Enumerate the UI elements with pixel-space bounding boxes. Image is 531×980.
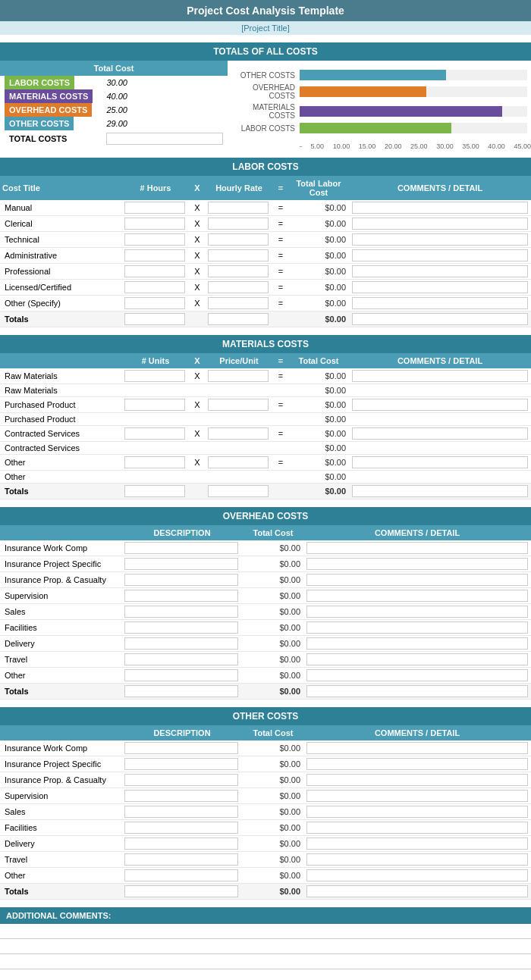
materials-units-input[interactable] <box>124 370 185 382</box>
materials-row-label-2: Contracted Services <box>0 442 121 455</box>
other-costs-comment-input[interactable] <box>306 853 528 866</box>
labor-comment-input[interactable] <box>352 265 528 277</box>
overhead-comment-input[interactable] <box>306 622 528 634</box>
labor-table-row: Administrative X = $0.00 <box>0 248 531 264</box>
labor-hours-input[interactable] <box>124 265 185 277</box>
labor-rate-input[interactable] <box>208 265 269 277</box>
overhead-desc-input[interactable] <box>124 653 238 665</box>
other-costs-comment-input[interactable] <box>306 742 528 754</box>
chart-bar-track <box>300 86 527 97</box>
overhead-totals-desc-input[interactable] <box>124 685 238 697</box>
other-costs-comment-input[interactable] <box>306 774 528 786</box>
overhead-row-label: Sales <box>0 604 121 620</box>
overhead-comment-input[interactable] <box>306 574 528 586</box>
other-costs-table-row: Sales $0.00 <box>0 804 531 820</box>
other-costs-desc-input[interactable] <box>124 774 238 786</box>
overhead-desc-input[interactable] <box>124 637 238 650</box>
materials-row-cost-2: $0.00 <box>288 442 349 455</box>
materials-label: MATERIALS COSTS <box>5 89 93 103</box>
materials-eq-symbol: = <box>273 426 288 442</box>
materials-price-input[interactable] <box>208 370 269 382</box>
overhead-row-cost: $0.00 <box>243 652 303 668</box>
labor-hours-input[interactable] <box>124 297 185 309</box>
materials-comment-input[interactable] <box>352 370 528 382</box>
other-costs-desc-input[interactable] <box>124 790 238 802</box>
other-row: OTHER COSTS 29.00 <box>0 117 228 130</box>
labor-hours-input[interactable] <box>124 218 185 230</box>
labor-comment-input[interactable] <box>352 249 528 261</box>
labor-hours-input[interactable] <box>124 233 185 246</box>
other-costs-comment-input[interactable] <box>306 838 528 850</box>
labor-rate-input[interactable] <box>208 281 269 293</box>
materials-comment-input[interactable] <box>352 427 528 440</box>
labor-rate-input[interactable] <box>208 297 269 309</box>
other-costs-desc-input[interactable] <box>124 838 238 850</box>
overhead-comment-input[interactable] <box>306 606 528 618</box>
labor-hours-input[interactable] <box>124 281 185 293</box>
labor-comment-input[interactable] <box>352 233 528 246</box>
labor-totals-comment[interactable] <box>352 313 528 325</box>
labor-totals-rate-input[interactable] <box>208 313 269 325</box>
labor-rate-input[interactable] <box>208 202 269 214</box>
overhead-desc-input[interactable] <box>124 574 238 586</box>
other-costs-comment-input[interactable] <box>306 869 528 881</box>
materials-totals-units-input[interactable] <box>124 485 185 497</box>
labor-totals-hours-input[interactable] <box>124 313 185 325</box>
materials-units-input[interactable] <box>124 399 185 411</box>
materials-units-input[interactable] <box>124 427 185 440</box>
overhead-totals-comment[interactable] <box>306 685 528 697</box>
other-costs-table-row: Insurance Prop. & Casualty $0.00 <box>0 772 531 788</box>
other-costs-desc-input[interactable] <box>124 853 238 866</box>
chart-bar-fill <box>300 123 451 133</box>
materials-totals-price-input[interactable] <box>208 485 269 497</box>
labor-comment-input[interactable] <box>352 218 528 230</box>
totals-right: OTHER COSTSOVERHEAD COSTSMATERIALS COSTS… <box>228 61 531 150</box>
overhead-desc-input[interactable] <box>124 606 238 618</box>
other-costs-desc-input[interactable] <box>124 758 238 770</box>
other-costs-desc-input[interactable] <box>124 742 238 754</box>
overhead-desc-input[interactable] <box>124 542 238 554</box>
materials-totals-row: Totals $0.00 <box>0 484 531 499</box>
materials-row-label: Other <box>0 455 121 471</box>
labor-rate-input[interactable] <box>208 233 269 246</box>
chart-axis-label: - <box>300 142 302 150</box>
other-costs-comment-input[interactable] <box>306 790 528 802</box>
labor-hours-input[interactable] <box>124 202 185 214</box>
overhead-desc-input[interactable] <box>124 669 238 681</box>
chart-bar-fill <box>300 70 446 80</box>
other-costs-totals-desc-input[interactable] <box>124 885 238 897</box>
overhead-comment-input[interactable] <box>306 558 528 570</box>
other-value: 29.00 <box>102 117 228 130</box>
other-costs-comment-input[interactable] <box>306 822 528 834</box>
labor-comment-input[interactable] <box>352 202 528 214</box>
materials-price-input[interactable] <box>208 427 269 440</box>
labor-rate-input[interactable] <box>208 218 269 230</box>
materials-totals-comment[interactable] <box>352 485 528 497</box>
overhead-comment-input[interactable] <box>306 669 528 681</box>
materials-comment-input[interactable] <box>352 399 528 411</box>
overhead-desc-input[interactable] <box>124 622 238 634</box>
labor-comment-input[interactable] <box>352 281 528 293</box>
other-costs-desc-input[interactable] <box>124 869 238 881</box>
materials-price-input[interactable] <box>208 399 269 411</box>
overhead-comment-input[interactable] <box>306 590 528 602</box>
other-costs-totals-comment[interactable] <box>306 885 528 897</box>
total-costs-input[interactable] <box>106 133 223 145</box>
overhead-desc-input[interactable] <box>124 558 238 570</box>
materials-price-input[interactable] <box>208 456 269 468</box>
other-costs-desc-input[interactable] <box>124 806 238 818</box>
labor-col-hours: # Hours <box>121 176 190 200</box>
overhead-comment-input[interactable] <box>306 542 528 554</box>
other-costs-comment-input[interactable] <box>306 806 528 818</box>
other-costs-row-cost: $0.00 <box>243 772 303 788</box>
labor-rate-input[interactable] <box>208 249 269 261</box>
overhead-comment-input[interactable] <box>306 637 528 650</box>
other-costs-desc-input[interactable] <box>124 822 238 834</box>
overhead-comment-input[interactable] <box>306 653 528 665</box>
materials-comment-input[interactable] <box>352 456 528 468</box>
labor-hours-input[interactable] <box>124 249 185 261</box>
overhead-desc-input[interactable] <box>124 590 238 602</box>
materials-units-input[interactable] <box>124 456 185 468</box>
other-costs-comment-input[interactable] <box>306 758 528 770</box>
labor-comment-input[interactable] <box>352 297 528 309</box>
